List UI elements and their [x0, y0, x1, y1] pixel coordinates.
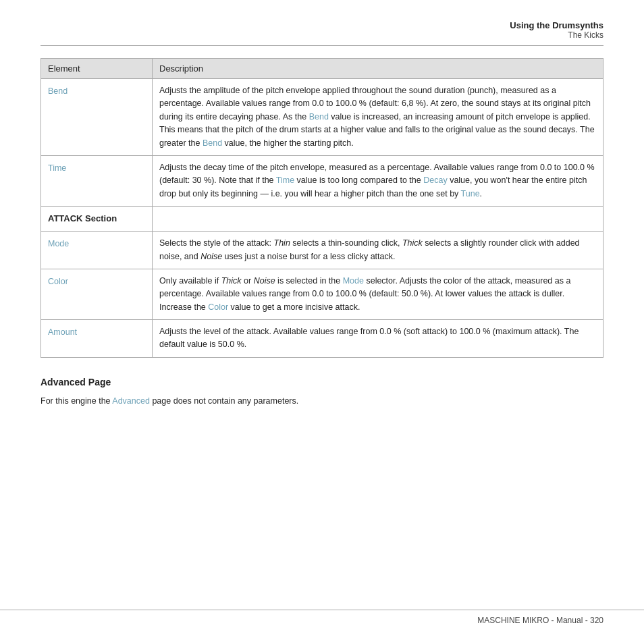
page-wrapper: Using the Drumsynths The Kicks Element D…	[0, 0, 644, 435]
italic-thick-2: Thick	[221, 276, 242, 286]
content-table: Element Description Bend Adjusts the amp…	[41, 58, 603, 358]
col-element-header: Element	[41, 59, 153, 79]
table-row: Amount Adjusts the level of the attack. …	[41, 320, 603, 358]
col-description-header: Description	[153, 59, 603, 79]
link-decay: Decay	[423, 176, 447, 185]
italic-thick: Thick	[402, 238, 423, 248]
element-time: Time	[41, 155, 153, 206]
attack-section-empty	[153, 207, 603, 232]
attack-section-label: ATTACK Section	[41, 207, 153, 232]
advanced-body-start: For this engine the	[41, 396, 112, 406]
link-advanced: Advanced	[112, 396, 150, 406]
element-bend: Bend	[41, 79, 153, 156]
page-footer: MASCHINE MIKRO - Manual - 320	[0, 610, 644, 630]
description-amount: Adjusts the level of the attack. Availab…	[153, 320, 603, 358]
link-bend-1: Bend	[309, 112, 329, 122]
footer-text: MASCHINE MIKRO - Manual - 320	[477, 616, 603, 625]
table-row-section-header: ATTACK Section	[41, 207, 603, 232]
advanced-page-title: Advanced Page	[41, 377, 603, 387]
italic-noise-2: Noise	[254, 276, 275, 286]
table-row: Color Only available if Thick or Noise i…	[41, 269, 603, 319]
italic-thin: Thin	[274, 238, 290, 248]
element-color: Color	[41, 269, 153, 319]
link-mode: Mode	[343, 276, 364, 286]
link-time: Time	[276, 176, 294, 185]
description-color: Only available if Thick or Noise is sele…	[153, 269, 603, 319]
table-row: Bend Adjusts the amplitude of the pitch …	[41, 79, 603, 156]
chapter-title: Using the Drumsynths	[41, 20, 603, 30]
description-mode: Selects the style of the attack: Thin se…	[153, 232, 603, 269]
table-row: Time Adjusts the decay time of the pitch…	[41, 155, 603, 206]
link-bend-2: Bend	[203, 138, 222, 148]
element-amount: Amount	[41, 320, 153, 358]
advanced-section: Advanced Page For this engine the Advanc…	[41, 377, 603, 408]
element-mode: Mode	[41, 232, 153, 269]
advanced-page-body: For this engine the Advanced page does n…	[41, 394, 603, 408]
link-color: Color	[208, 302, 228, 312]
section-title: The Kicks	[41, 30, 603, 40]
description-bend: Adjusts the amplitude of the pitch envel…	[153, 79, 603, 156]
description-time: Adjusts the decay time of the pitch enve…	[153, 155, 603, 206]
table-row: Mode Selects the style of the attack: Th…	[41, 232, 603, 269]
advanced-body-end: page does not contain any parameters.	[150, 396, 298, 406]
page-header: Using the Drumsynths The Kicks	[41, 20, 603, 46]
link-tune: Tune	[461, 189, 480, 198]
table-header-row: Element Description	[41, 59, 603, 79]
italic-noise: Noise	[200, 252, 222, 261]
